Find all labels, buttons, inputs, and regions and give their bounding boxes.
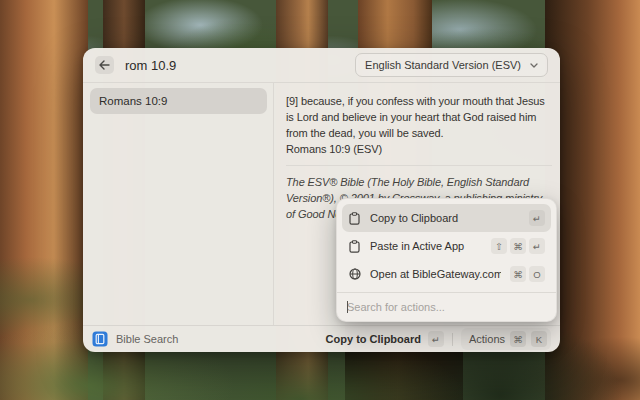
return-key-icon: ↵ xyxy=(529,238,545,254)
version-dropdown-label: English Standard Version (ESV) xyxy=(365,59,521,71)
search-query[interactable]: rom 10.9 xyxy=(125,58,355,73)
footer-actions-button[interactable]: Actions ⌘ K xyxy=(461,328,551,350)
command-key-icon: ⌘ xyxy=(510,266,526,282)
verse-reference: Romans 10:9 (ESV) xyxy=(286,141,552,157)
footer-app: Bible Search xyxy=(92,331,326,347)
action-label: Paste in Active App xyxy=(370,240,482,252)
arrow-left-icon xyxy=(99,60,110,70)
app-name-label: Bible Search xyxy=(116,333,178,345)
clipboard-icon xyxy=(348,240,361,253)
shift-key-icon: ⇧ xyxy=(491,238,507,254)
return-key-icon: ↵ xyxy=(529,210,545,226)
o-key-icon: O xyxy=(529,266,545,282)
action-copy-to-clipboard[interactable]: Copy to Clipboard ↵ xyxy=(342,204,551,232)
results-sidebar: Romans 10:9 xyxy=(83,83,274,325)
version-dropdown[interactable]: English Standard Version (ESV) xyxy=(355,53,548,77)
primary-action-label: Copy to Clipboard xyxy=(326,333,421,345)
window-header: rom 10.9 English Standard Version (ESV) xyxy=(83,48,560,83)
verse-text: [9] because, if you confess with your mo… xyxy=(286,93,552,141)
command-key-icon: ⌘ xyxy=(510,331,526,347)
text-cursor xyxy=(347,301,348,313)
footer-actions-area: Copy to Clipboard ↵ Actions ⌘ K xyxy=(326,328,551,350)
globe-icon xyxy=(348,268,361,280)
k-key-icon: K xyxy=(531,331,547,347)
command-key-icon: ⌘ xyxy=(510,238,526,254)
action-open-at-biblegateway[interactable]: Open at BibleGateway.com ⌘ O xyxy=(342,260,551,288)
launcher-window: rom 10.9 English Standard Version (ESV) … xyxy=(83,48,560,352)
action-label: Open at BibleGateway.com xyxy=(370,268,501,280)
back-button[interactable] xyxy=(95,56,114,74)
clipboard-icon xyxy=(348,212,361,225)
actions-search-row xyxy=(342,293,551,321)
footer-primary-action-button[interactable]: Copy to Clipboard ↵ xyxy=(326,331,444,347)
chevron-down-icon xyxy=(530,63,538,68)
result-item-romans-10-9[interactable]: Romans 10:9 xyxy=(90,88,267,114)
actions-panel: Copy to Clipboard ↵ Paste in Active App … xyxy=(336,198,557,322)
actions-search-input[interactable] xyxy=(342,301,551,313)
action-paste-in-active-app[interactable]: Paste in Active App ⇧ ⌘ ↵ xyxy=(342,232,551,260)
window-footer: Bible Search Copy to Clipboard ↵ Actions… xyxy=(83,325,560,352)
content-divider xyxy=(286,165,552,166)
actions-label: Actions xyxy=(469,333,505,345)
footer-divider xyxy=(452,333,453,346)
result-item-label: Romans 10:9 xyxy=(99,95,167,107)
desktop: rom 10.9 English Standard Version (ESV) … xyxy=(0,0,640,400)
return-key-icon: ↵ xyxy=(428,331,444,347)
action-label: Copy to Clipboard xyxy=(370,212,520,224)
bible-search-app-icon xyxy=(92,331,108,347)
